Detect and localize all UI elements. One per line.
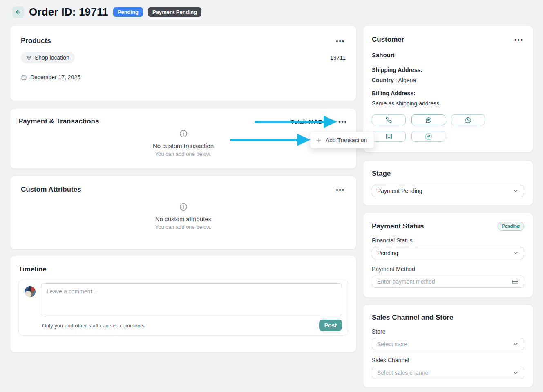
page-title: Order ID: 19711 bbox=[29, 6, 108, 18]
customer-menu-button[interactable]: ••• bbox=[514, 36, 524, 44]
telegram-icon bbox=[425, 133, 432, 140]
country-label: Country bbox=[372, 77, 394, 83]
sales-card-title: Sales Channel and Store bbox=[372, 314, 524, 322]
sales-channel-store-card: Sales Channel and Store Store Select sto… bbox=[363, 304, 533, 388]
shipping-country-line: Country : Algeria bbox=[372, 77, 524, 83]
chevron-down-icon bbox=[512, 341, 519, 347]
attributes-empty-state: No custom attributes You can add one bel… bbox=[21, 202, 346, 230]
page-header: Order ID: 19711 Pending Payment Pending bbox=[12, 6, 201, 18]
comment-visibility-note: Only you and other staff can see comment… bbox=[42, 323, 145, 329]
attributes-empty-subtitle: You can add one below. bbox=[21, 224, 346, 230]
payment-status-card: Payment Status Pending Financial Status … bbox=[363, 213, 533, 298]
country-value: : Algeria bbox=[394, 77, 416, 83]
products-card-title: Products bbox=[21, 37, 51, 45]
financial-status-value: Pending bbox=[377, 250, 512, 256]
shop-location-label: Shop location bbox=[35, 54, 69, 61]
sales-channel-placeholder: Select sales channel bbox=[377, 370, 512, 376]
annotation-arrow-to-menu bbox=[255, 121, 324, 123]
call-button[interactable] bbox=[372, 114, 406, 125]
store-select[interactable]: Select store bbox=[372, 338, 524, 350]
comment-input[interactable] bbox=[41, 283, 342, 316]
stage-card: Stage Payment Pending bbox=[363, 160, 533, 206]
attributes-card-title: Custom Attributes bbox=[21, 186, 81, 194]
payment-method-field bbox=[372, 276, 524, 288]
back-button[interactable] bbox=[12, 6, 24, 18]
whatsapp-icon bbox=[465, 116, 472, 124]
payment-status-title: Payment Status bbox=[372, 222, 424, 231]
sales-channel-label: Sales Channel bbox=[372, 357, 524, 363]
billing-address-value: Same as shipping address bbox=[372, 100, 524, 107]
order-detail-page: Order ID: 19711 Pending Payment Pending … bbox=[0, 0, 543, 392]
add-transaction-label: Add Transaction bbox=[326, 137, 367, 143]
add-transaction-menu-item[interactable]: Add Transaction bbox=[310, 132, 374, 148]
email-icon bbox=[385, 133, 393, 140]
sms-button[interactable] bbox=[411, 114, 445, 125]
payment-menu-button[interactable]: ••• bbox=[337, 118, 348, 125]
timeline-card-title: Timeline bbox=[18, 265, 348, 273]
payment-method-input[interactable] bbox=[377, 278, 512, 285]
shop-location-pill[interactable]: Shop location bbox=[21, 52, 75, 63]
annotation-arrowhead-to-add-transaction bbox=[297, 134, 311, 146]
info-icon bbox=[179, 129, 188, 138]
sales-channel-select[interactable]: Select sales channel bbox=[372, 367, 524, 379]
stage-select-value: Payment Pending bbox=[377, 188, 512, 194]
plus-icon bbox=[315, 137, 322, 143]
custom-attributes-card: Custom Attributes ••• No custom attribut… bbox=[10, 176, 357, 249]
whatsapp-button[interactable] bbox=[451, 114, 485, 125]
chevron-down-icon bbox=[512, 250, 519, 256]
annotation-arrow-to-add-transaction bbox=[230, 139, 297, 141]
products-card: Products ••• Shop location 19711 bbox=[10, 25, 357, 101]
chevron-down-icon bbox=[512, 370, 519, 376]
financial-status-label: Financial Status bbox=[372, 237, 524, 244]
email-button[interactable] bbox=[372, 131, 406, 142]
order-date: December 17, 2025 bbox=[30, 74, 80, 81]
timeline-card: Timeline Only you and other staff can se… bbox=[10, 255, 357, 352]
customer-card-title: Customer bbox=[372, 36, 404, 44]
financial-status-select[interactable]: Pending bbox=[372, 247, 524, 259]
credit-card-icon bbox=[512, 278, 519, 285]
telegram-button[interactable] bbox=[411, 131, 445, 142]
phone-icon bbox=[385, 116, 392, 123]
customer-card: Customer ••• Sahouri Shipping Address: C… bbox=[363, 25, 533, 152]
post-button[interactable]: Post bbox=[319, 320, 342, 331]
chevron-down-icon bbox=[512, 188, 519, 194]
status-badge: Pending bbox=[113, 7, 143, 17]
products-menu-button[interactable]: ••• bbox=[335, 37, 346, 45]
store-select-placeholder: Select store bbox=[377, 341, 512, 347]
pending-chip: Pending bbox=[498, 222, 524, 231]
store-label: Store bbox=[372, 328, 524, 335]
billing-address-label: Billing Address: bbox=[372, 90, 524, 96]
order-number: 19711 bbox=[330, 54, 346, 61]
annotation-arrowhead-to-menu bbox=[324, 116, 337, 128]
shipping-address-label: Shipping Address: bbox=[372, 67, 524, 73]
payment-card-title: Payment & Transactions bbox=[18, 117, 99, 125]
comment-box: Only you and other staff can see comment… bbox=[18, 280, 348, 336]
stage-select[interactable]: Payment Pending bbox=[372, 185, 524, 197]
stage-card-title: Stage bbox=[372, 170, 524, 178]
payment-method-label: Payment Method bbox=[372, 266, 524, 272]
location-pin-icon bbox=[26, 55, 32, 60]
attributes-menu-button[interactable]: ••• bbox=[335, 186, 346, 194]
arrow-left-icon bbox=[15, 9, 22, 16]
attributes-empty-title: No custom attributes bbox=[21, 215, 346, 222]
info-icon bbox=[179, 202, 188, 211]
user-avatar bbox=[25, 286, 36, 297]
payment-empty-subtitle: You can add one below. bbox=[18, 151, 348, 157]
calendar-icon bbox=[21, 74, 27, 81]
payment-status-badge: Payment Pending bbox=[148, 7, 201, 17]
customer-name: Sahouri bbox=[372, 52, 524, 58]
contact-buttons bbox=[372, 114, 524, 142]
sms-icon bbox=[425, 116, 432, 124]
